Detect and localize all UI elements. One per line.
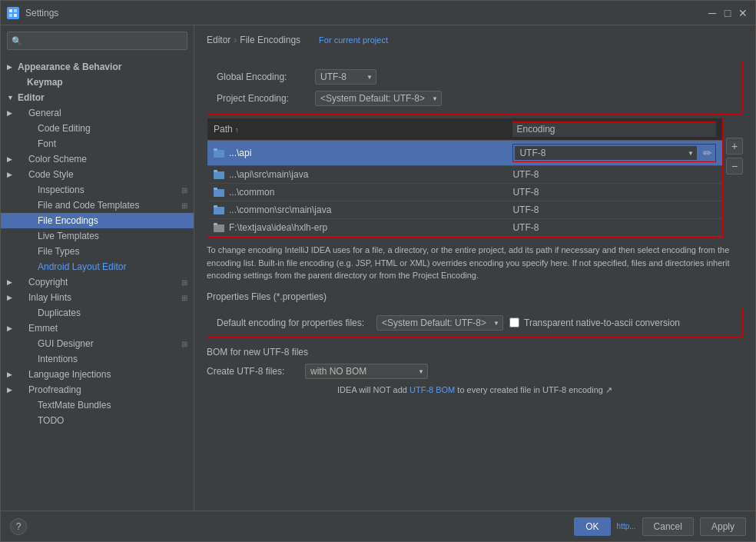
add-path-button[interactable]: + xyxy=(726,138,743,155)
path-value: ...\common\src\main\java xyxy=(229,204,331,215)
project-encoding-dropdown[interactable]: <System Default: UTF-8> xyxy=(315,91,442,106)
bom-note-link[interactable]: UTF-8 BOM xyxy=(410,385,455,394)
path-cell-content: ...\api\src\main\java xyxy=(214,169,500,180)
sidebar-item-proofreading[interactable]: ▶ Proofreading xyxy=(1,382,194,397)
path-cell-content: ...\api xyxy=(214,148,500,158)
arrow-icon: ▶ xyxy=(7,278,16,286)
sidebar-item-code-style[interactable]: ▶ Code Style xyxy=(1,167,194,182)
bom-label: Create UTF-8 files: xyxy=(207,366,299,377)
sidebar-item-label: Live Templates xyxy=(38,231,99,241)
properties-encoding-label: Default encoding for properties files: xyxy=(217,318,370,328)
sidebar-item-file-code-templates[interactable]: File and Code Templates ⊞ xyxy=(1,198,194,213)
close-button[interactable]: ✕ xyxy=(737,7,749,19)
sidebar-item-copyright[interactable]: ▶ Copyright ⊞ xyxy=(1,274,194,290)
sidebar-item-keymap[interactable]: Keymap xyxy=(1,75,194,90)
arrow-icon: ▶ xyxy=(7,155,16,163)
properties-encoding-dropdown[interactable]: <System Default: UTF-8> xyxy=(376,315,503,331)
properties-encoding-row: Default encoding for properties files: <… xyxy=(217,315,733,331)
svg-rect-11 xyxy=(214,207,224,214)
sidebar-item-label: Emmet xyxy=(28,323,58,334)
properties-encoding-dropdown-wrapper: <System Default: UTF-8> xyxy=(376,315,503,331)
settings-window: Settings ─ □ ✕ 🔍 ▶ Appearance & Behavior… xyxy=(0,0,756,542)
search-input[interactable] xyxy=(7,32,187,50)
sidebar-item-textmate-bundles[interactable]: TextMate Bundles xyxy=(1,397,194,413)
project-encoding-label: Project Encoding: xyxy=(217,93,309,104)
search-icon: 🔍 xyxy=(12,36,22,46)
remove-path-button[interactable]: − xyxy=(726,158,743,175)
sidebar-item-label: Copyright xyxy=(28,277,68,288)
settings-content: Global Encoding: UTF-8 Project Encoding:… xyxy=(194,52,755,510)
sidebar-item-emmet[interactable]: ▶ Emmet xyxy=(1,321,194,336)
properties-section: Properties Files (*.properties) Default … xyxy=(207,291,743,338)
transparent-conversion-label: Transparent native-to-ascii conversion xyxy=(509,318,680,328)
sidebar-item-live-templates[interactable]: Live Templates xyxy=(1,228,194,244)
global-encoding-dropdown-wrapper: UTF-8 xyxy=(315,69,376,85)
table-row[interactable]: ...\common\src\main\java UTF-8 xyxy=(207,201,722,219)
bom-section: BOM for new UTF-8 files Create UTF-8 fil… xyxy=(207,347,743,395)
encoding-value: UTF-8 xyxy=(512,222,539,233)
sidebar-item-general[interactable]: ▶ General xyxy=(1,105,194,121)
ok-button[interactable]: OK xyxy=(574,517,610,536)
sidebar-item-label: Appearance & Behavior xyxy=(18,62,121,72)
arrow-icon: ▶ xyxy=(7,171,16,178)
bom-dropdown[interactable]: with NO BOM with BOM xyxy=(305,364,428,379)
sidebar-item-label: Keymap xyxy=(27,77,63,88)
svg-rect-7 xyxy=(214,171,224,179)
apply-button[interactable]: Apply xyxy=(700,517,746,536)
sidebar-item-label: Duplicates xyxy=(38,308,81,318)
sidebar-item-android-layout[interactable]: Android Layout Editor xyxy=(1,259,194,274)
svg-rect-13 xyxy=(214,224,224,232)
encoding-cell: UTF-8 xyxy=(506,219,722,237)
sidebar-item-appearance[interactable]: ▶ Appearance & Behavior xyxy=(1,59,194,75)
svg-rect-6 xyxy=(214,148,217,151)
table-row[interactable]: ...\api\src\main\java UTF-8 xyxy=(207,166,722,184)
table-row[interactable]: ...\common UTF-8 xyxy=(207,184,722,201)
path-cell: ...\api\src\main\java xyxy=(207,166,506,184)
sidebar-item-inspections[interactable]: Inspections ⊞ xyxy=(1,182,194,198)
sidebar-item-font[interactable]: Font xyxy=(1,136,194,151)
project-encoding-dropdown-wrapper: <System Default: UTF-8> xyxy=(315,91,442,106)
sidebar-item-language-injections[interactable]: ▶ Language Injections xyxy=(1,367,194,382)
edit-encoding-button[interactable]: ✏ xyxy=(701,146,715,160)
sidebar-item-inlay-hints[interactable]: ▶ Inlay Hints ⊞ xyxy=(1,290,194,305)
table-row[interactable]: F:\textjava\idea\hxlh-erp UTF-8 xyxy=(207,219,722,237)
encoding-row-dropdown[interactable]: UTF-8 xyxy=(514,145,698,161)
arrow-icon: ▶ xyxy=(7,371,16,378)
sidebar-item-color-scheme[interactable]: ▶ Color Scheme xyxy=(1,151,194,167)
sidebar-item-label: Color Scheme xyxy=(28,154,87,165)
maximize-button[interactable]: □ xyxy=(721,7,734,19)
sidebar-item-intentions[interactable]: Intentions xyxy=(1,351,194,367)
svg-rect-14 xyxy=(214,223,217,225)
sidebar-item-file-encodings[interactable]: File Encodings xyxy=(1,213,194,228)
for-current-project-link[interactable]: For current project xyxy=(319,35,388,45)
bom-note-suffix: to every created file in UTF-8 encoding … xyxy=(457,385,612,394)
project-encoding-row: Project Encoding: <System Default: UTF-8… xyxy=(217,91,733,106)
sidebar-item-label: Intentions xyxy=(38,354,78,364)
encoding-cell: UTF-8 xyxy=(506,201,722,219)
sidebar-item-editor[interactable]: ▼ Editor xyxy=(1,90,194,105)
global-encoding-label: Global Encoding: xyxy=(217,71,309,82)
sidebar-item-gui-designer[interactable]: GUI Designer ⊞ xyxy=(1,336,194,351)
sidebar-item-code-editing[interactable]: Code Editing xyxy=(1,121,194,136)
global-project-encoding-box: Global Encoding: UTF-8 Project Encoding:… xyxy=(207,61,743,115)
help-button[interactable]: ? xyxy=(10,518,27,535)
svg-rect-12 xyxy=(214,205,217,208)
path-table: Path ↑ Encoding xyxy=(207,118,722,237)
table-row[interactable]: ...\api UTF-8 xyxy=(207,141,722,166)
encoding-select-wrapper: UTF-8 xyxy=(514,145,698,161)
path-value: ...\common xyxy=(229,187,274,198)
cancel-button[interactable]: Cancel xyxy=(642,517,694,536)
global-encoding-dropdown[interactable]: UTF-8 xyxy=(315,69,376,85)
arrow-icon: ▼ xyxy=(7,94,16,101)
minimize-button[interactable]: ─ xyxy=(706,7,718,19)
app-icon xyxy=(7,7,19,19)
arrow-icon: ▶ xyxy=(7,109,16,117)
sidebar-item-file-types[interactable]: File Types xyxy=(1,244,194,259)
ok-label: OK xyxy=(585,521,598,532)
sidebar-item-todo[interactable]: TODO xyxy=(1,413,194,428)
properties-title: Properties Files (*.properties) xyxy=(207,291,743,302)
sort-icon: ↑ xyxy=(235,126,239,134)
folder-icon xyxy=(214,205,226,214)
sidebar-item-duplicates[interactable]: Duplicates xyxy=(1,305,194,321)
transparent-conversion-checkbox[interactable] xyxy=(509,318,519,328)
